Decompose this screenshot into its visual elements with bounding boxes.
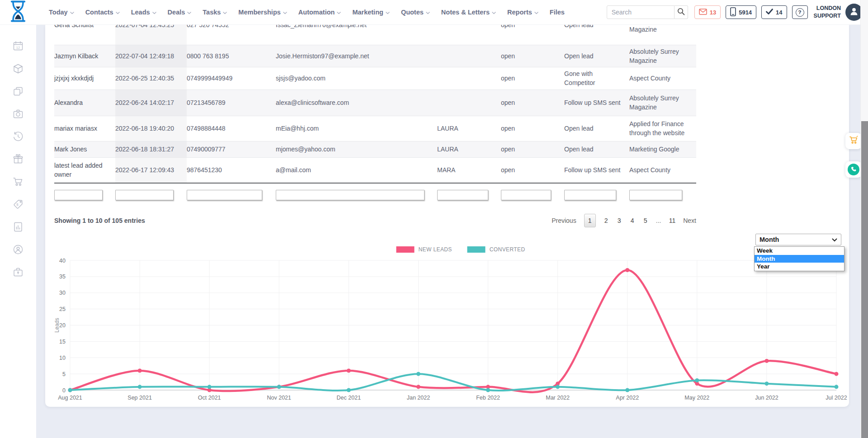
cell-name: Gena Schulist <box>54 25 115 45</box>
cell-date: 2022-06-25 12:40:35 <box>115 67 187 90</box>
next-page-button[interactable]: Next <box>683 217 696 224</box>
chevron-down-icon <box>492 8 496 16</box>
cell-lead_status: Open lead <box>564 45 629 67</box>
column-filter-input[interactable] <box>629 190 682 200</box>
table-row[interactable]: jzjxjxj xkxkdjdj2022-06-25 12:40:3507499… <box>54 67 696 90</box>
sidebar-copy-icon[interactable] <box>12 85 24 97</box>
period-option-week[interactable]: Week <box>755 247 844 255</box>
envelope-icon <box>699 9 707 16</box>
page-number-4[interactable]: 4 <box>630 217 635 224</box>
nav-item-deals[interactable]: Deals <box>168 8 192 16</box>
page-number-3[interactable]: 3 <box>617 217 622 224</box>
cell-lead_status: Follow up SMS sent <box>564 89 629 116</box>
page-number-11[interactable]: 11 <box>669 217 676 224</box>
cell-date: 2022-06-18 19:40:20 <box>115 116 187 141</box>
cell-status: open <box>501 45 564 67</box>
cell-email: Issac_Ziemann76@example.net <box>276 25 437 45</box>
cell-email: sjsjs@yadoo.com <box>276 67 437 90</box>
cell-source: Marketing Google <box>629 141 696 157</box>
column-filter-input[interactable] <box>187 190 262 200</box>
column-filter-input[interactable] <box>115 190 174 200</box>
leads-chart: 0510152025303540Aug 2021Sep 2021Oct 2021… <box>54 253 845 407</box>
cell-source: Absolutely Surrey Magazine <box>629 25 696 45</box>
nav-item-leads[interactable]: Leads <box>131 8 156 16</box>
column-filter-input[interactable] <box>54 190 103 200</box>
tasks-badge[interactable]: 14 <box>761 5 787 19</box>
table-row[interactable]: Mark Jones2022-06-18 18:31:2707490009777… <box>54 141 696 157</box>
scrollbar-thumb[interactable] <box>861 121 868 438</box>
page-number-1[interactable]: 1 <box>584 214 596 227</box>
table-row[interactable]: latest lead added owner2022-06-17 12:09:… <box>54 157 696 183</box>
sidebar-gift-icon[interactable] <box>12 153 24 165</box>
chevron-down-icon <box>116 8 120 16</box>
pagination-controls: Previous 12345...11 Next <box>552 214 696 227</box>
sidebar-calendar-icon[interactable]: 12 <box>12 40 24 52</box>
sidebar-cart-icon[interactable] <box>12 176 24 188</box>
nav-item-marketing[interactable]: Marketing <box>352 8 390 16</box>
column-filter-input[interactable] <box>276 190 425 200</box>
cell-phone: 9876451230 <box>187 157 276 183</box>
mail-badge[interactable]: 13 <box>694 5 721 19</box>
nav-item-tasks[interactable]: Tasks <box>203 8 227 16</box>
previous-page-button[interactable]: Previous <box>552 217 576 224</box>
cell-owner <box>437 67 501 90</box>
nav-item-files[interactable]: Files <box>550 9 565 16</box>
sidebar-briefcase-icon[interactable] <box>12 266 24 278</box>
nav-item-automation[interactable]: Automation <box>298 8 341 16</box>
search-input[interactable] <box>607 5 675 19</box>
nav-item-notes-letters[interactable]: Notes & Letters <box>441 8 496 16</box>
svg-text:40: 40 <box>59 258 66 264</box>
quick-cart-button[interactable] <box>845 133 862 149</box>
cart-icon <box>849 135 859 147</box>
nav-items: TodayContactsLeadsDealsTasksMembershipsA… <box>49 8 565 16</box>
search-button[interactable] <box>675 5 688 19</box>
svg-text:0: 0 <box>62 387 66 394</box>
cell-phone: 027 520 74552 <box>187 25 276 45</box>
svg-text:Apr 2022: Apr 2022 <box>616 395 639 401</box>
nav-item-memberships[interactable]: Memberships <box>238 8 287 16</box>
nav-item-today[interactable]: Today <box>49 8 74 16</box>
page-ellipsis: ... <box>656 217 661 224</box>
column-filter-input[interactable] <box>501 190 551 200</box>
sidebar-report-icon[interactable] <box>12 221 24 233</box>
nav-item-quotes[interactable]: Quotes <box>401 8 430 16</box>
cell-name: Mark Jones <box>54 141 115 157</box>
period-option-year[interactable]: Year <box>755 263 844 271</box>
sidebar-history-icon[interactable] <box>12 131 24 142</box>
cell-name: mariax mariasx <box>54 116 115 141</box>
sidebar-price-tag-icon[interactable]: $ <box>12 198 24 210</box>
app-logo[interactable] <box>0 0 36 24</box>
chart-legend: NEW LEADSCONVERTED <box>396 246 525 253</box>
chevron-down-icon <box>223 8 227 16</box>
legend-swatch <box>467 246 486 253</box>
sidebar-account-icon[interactable] <box>12 244 24 255</box>
cell-phone: 07498884448 <box>187 116 276 141</box>
pagination-row: Showing 1 to 10 of 105 entries Previous … <box>54 214 696 227</box>
table-row[interactable]: Jazmyn Kilback2022-07-04 12:49:180800 76… <box>54 45 696 67</box>
table-row[interactable]: mariax mariasx2022-06-18 19:40:200749888… <box>54 116 696 141</box>
column-filter-input[interactable] <box>437 190 488 200</box>
svg-text:30: 30 <box>59 290 66 296</box>
nav-item-reports[interactable]: Reports <box>507 8 538 16</box>
period-select-dropdown: WeekMonthYear <box>754 246 844 271</box>
svg-text:5: 5 <box>62 371 66 377</box>
svg-text:Aug 2021: Aug 2021 <box>58 395 82 401</box>
column-filter-input[interactable] <box>564 190 616 200</box>
quick-call-button[interactable] <box>845 161 862 178</box>
cell-owner <box>437 89 501 116</box>
cell-owner: LAURA <box>437 141 501 157</box>
phone-count: 5914 <box>739 9 752 16</box>
period-select[interactable]: Month <box>755 234 841 245</box>
table-row[interactable]: Gena Schulist2022-07-04 12:45:25027 520 … <box>54 25 696 45</box>
period-option-month[interactable]: Month <box>755 255 844 263</box>
nav-item-contacts[interactable]: Contacts <box>85 8 120 16</box>
sidebar: 12$ <box>0 25 36 438</box>
phone-badge[interactable]: 5914 <box>726 5 756 19</box>
help-button[interactable]: ? <box>792 5 808 19</box>
chevron-down-icon <box>426 8 430 16</box>
sidebar-package-icon[interactable] <box>12 63 24 75</box>
sidebar-camera-icon[interactable] <box>12 108 24 120</box>
page-number-2[interactable]: 2 <box>604 217 609 224</box>
page-number-5[interactable]: 5 <box>643 217 648 224</box>
table-row[interactable]: Alexandra2022-06-24 14:02:1707213456789a… <box>54 89 696 116</box>
